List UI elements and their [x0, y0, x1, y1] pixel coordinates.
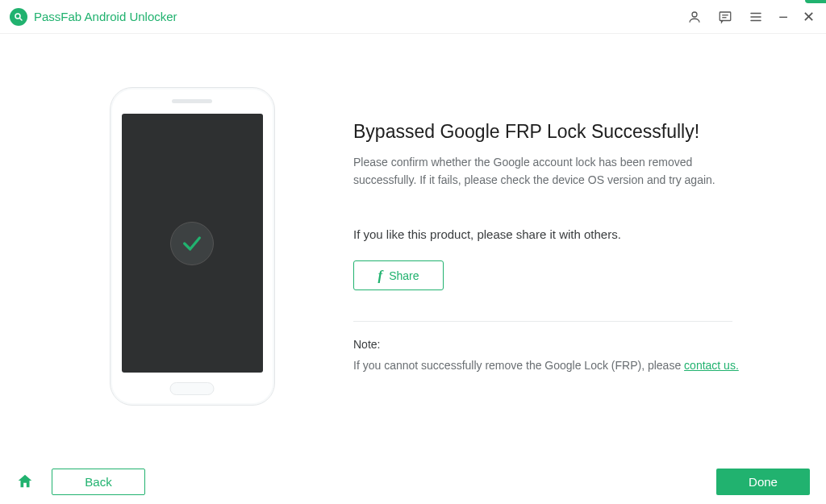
facebook-icon: f: [378, 268, 382, 284]
success-heading: Bypassed Google FRP Lock Successfully!: [353, 121, 779, 143]
menu-icon[interactable]: [748, 9, 764, 25]
feedback-icon[interactable]: [717, 9, 733, 25]
phone-illustration: [110, 87, 275, 406]
share-button-label: Share: [389, 269, 419, 282]
titlebar-right: − ✕: [686, 9, 815, 25]
titlebar: PassFab Android Unlocker − ✕: [0, 0, 826, 34]
app-title: PassFab Android Unlocker: [34, 10, 177, 23]
share-button[interactable]: f Share: [353, 260, 444, 290]
phone-speaker-icon: [172, 99, 212, 103]
phone-home-button-icon: [170, 382, 215, 395]
home-button[interactable]: [16, 473, 34, 490]
note-label: Note:: [353, 338, 779, 351]
main-area: Bypassed Google FRP Lock Successfully! P…: [0, 34, 826, 459]
share-prompt: If you like this product, please share i…: [353, 227, 779, 241]
success-check-icon: [170, 222, 214, 265]
phone-illustration-wrap: [39, 87, 345, 406]
app-logo-icon: [10, 8, 27, 26]
divider: [353, 321, 732, 322]
contact-us-link[interactable]: contact us.: [684, 359, 739, 372]
svg-line-1: [20, 18, 23, 20]
note-text-prefix: If you cannot successfully remove the Go…: [353, 359, 684, 372]
account-icon[interactable]: [686, 9, 703, 25]
success-subtext: Please confirm whether the Google accoun…: [353, 154, 732, 189]
minimize-button[interactable]: −: [778, 9, 788, 25]
svg-rect-3: [720, 12, 732, 21]
done-button[interactable]: Done: [716, 469, 810, 495]
footer: Back Done: [0, 459, 826, 504]
back-button[interactable]: Back: [52, 469, 145, 495]
content-column: Bypassed Google FRP Lock Successfully! P…: [345, 121, 787, 372]
svg-point-2: [692, 12, 697, 17]
phone-screen: [122, 114, 263, 373]
note-text: If you cannot successfully remove the Go…: [353, 359, 779, 372]
close-button[interactable]: ✕: [803, 10, 815, 24]
